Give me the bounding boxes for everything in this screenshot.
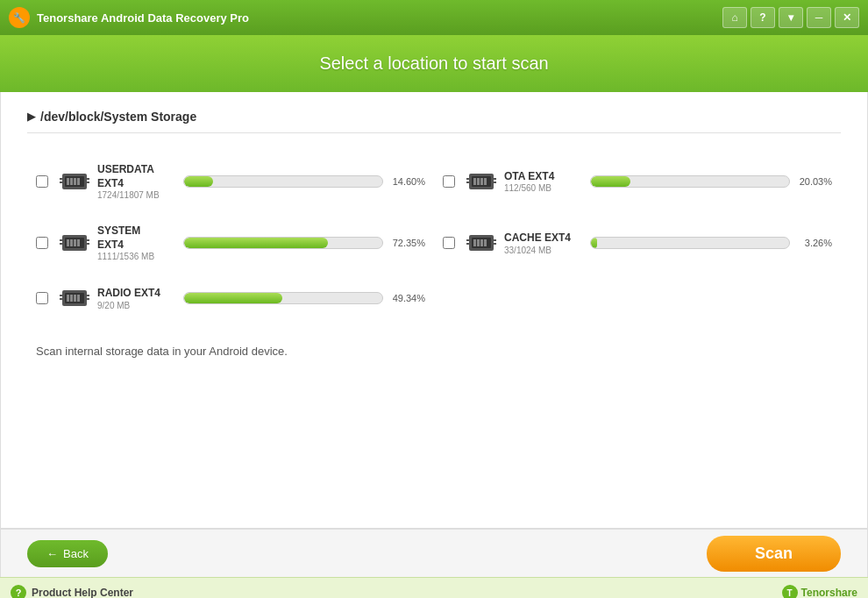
storage-info-radio: RADIO EXT4 9/20 MB <box>97 287 176 310</box>
back-arrow-icon: ← <box>46 547 58 560</box>
svg-rect-14 <box>480 178 483 185</box>
progress-bg-userdata <box>183 175 383 188</box>
svg-rect-6 <box>60 178 62 180</box>
svg-rect-29 <box>87 243 89 245</box>
checkbox-userdata[interactable] <box>36 175 48 188</box>
storage-size-system: 1111/1536 MB <box>97 252 176 261</box>
storage-size-userdata: 1724/11807 MB <box>97 190 176 200</box>
progress-pct-userdata: 14.60% <box>388 176 425 187</box>
status-bar: ? Product Help Center T Tenorshare <box>0 577 868 598</box>
title-bar: 🔧 Tenorshare Android Data Recovery Pro ⌂… <box>0 0 868 35</box>
brand-icon: T <box>782 585 798 598</box>
main-content: ▶ /dev/block/System Storage <box>0 92 868 528</box>
storage-info-userdata: USERDATAEXT4 1724/11807 MB <box>97 163 176 200</box>
home-button[interactable]: ⌂ <box>722 7 747 28</box>
brand-name: Tenorshare <box>801 587 857 598</box>
svg-rect-12 <box>473 178 476 185</box>
progress-radio: 49.34% <box>183 292 425 304</box>
svg-rect-39 <box>494 243 496 245</box>
storage-item-system: SYSTEMEXT4 1111/1536 MB 72.35% <box>27 212 434 274</box>
svg-rect-46 <box>60 295 62 296</box>
progress-fill-userdata <box>184 176 213 187</box>
dropdown-button[interactable]: ▾ <box>779 7 803 28</box>
checkbox-radio[interactable] <box>36 292 48 304</box>
storage-name-radio: RADIO EXT4 <box>97 287 176 301</box>
progress-bg-system <box>183 237 383 249</box>
header-title: Select a location to start scan <box>319 53 548 74</box>
svg-rect-45 <box>77 295 80 302</box>
svg-rect-48 <box>87 295 89 296</box>
page-header: Select a location to start scan <box>0 35 868 92</box>
svg-rect-34 <box>480 239 483 246</box>
scan-button[interactable]: Scan <box>707 536 841 572</box>
svg-rect-44 <box>74 295 76 302</box>
storage-name-system: SYSTEMEXT4 <box>97 224 176 252</box>
progress-fill-cache <box>591 238 597 248</box>
progress-bg-radio <box>183 292 383 304</box>
svg-rect-2 <box>67 178 69 185</box>
progress-fill-ota <box>591 176 630 187</box>
svg-rect-32 <box>473 239 476 246</box>
progress-pct-ota: 20.03% <box>795 176 832 187</box>
svg-rect-25 <box>77 239 80 246</box>
svg-rect-16 <box>466 178 469 180</box>
storage-size-cache: 33/1024 MB <box>504 246 583 255</box>
storage-grid: USERDATAEXT4 1724/11807 MB 14.60% <box>27 151 841 323</box>
svg-rect-26 <box>60 239 62 241</box>
svg-rect-42 <box>67 295 69 302</box>
svg-rect-9 <box>87 182 89 183</box>
svg-rect-33 <box>477 239 480 246</box>
action-bar: ← Back Scan <box>0 529 868 577</box>
svg-rect-4 <box>74 178 76 185</box>
help-text: Product Help Center <box>32 587 133 598</box>
svg-rect-28 <box>87 239 89 241</box>
progress-pct-cache: 3.26% <box>795 238 832 248</box>
progress-fill-system <box>184 238 328 248</box>
svg-rect-24 <box>74 239 76 246</box>
app-title: Tenorshare Android Data Recovery Pro <box>37 11 249 25</box>
section-label: /dev/block/System Storage <box>40 110 196 124</box>
progress-fill-radio <box>184 293 282 303</box>
checkbox-cache[interactable] <box>443 237 455 249</box>
chip-icon-cache <box>466 231 497 255</box>
svg-rect-23 <box>70 239 73 246</box>
svg-rect-3 <box>70 178 73 185</box>
storage-item-userdata: USERDATAEXT4 1724/11807 MB 14.60% <box>27 151 434 212</box>
progress-userdata: 14.60% <box>183 175 425 188</box>
svg-rect-7 <box>60 182 62 183</box>
progress-ota: 20.03% <box>590 175 832 188</box>
progress-system: 72.35% <box>183 237 425 249</box>
storage-name-cache: CACHE EXT4 <box>504 231 583 246</box>
storage-item-radio: RADIO EXT4 9/20 MB 49.34% <box>27 274 434 323</box>
svg-rect-35 <box>484 239 487 246</box>
svg-rect-47 <box>60 298 62 300</box>
progress-pct-system: 72.35% <box>388 238 425 248</box>
checkbox-system[interactable] <box>36 237 48 249</box>
help-button[interactable]: ? <box>751 7 775 28</box>
chip-icon-ota <box>466 169 497 194</box>
svg-rect-43 <box>70 295 73 302</box>
checkbox-ota[interactable] <box>443 175 455 188</box>
scan-description: Scan internal storage data in your Andro… <box>27 331 841 371</box>
storage-size-radio: 9/20 MB <box>97 301 176 310</box>
svg-rect-19 <box>494 182 496 183</box>
chip-icon-userdata <box>59 169 90 194</box>
progress-bg-ota <box>590 175 790 188</box>
svg-rect-17 <box>466 182 469 183</box>
chip-icon-radio <box>59 286 90 310</box>
svg-rect-22 <box>67 239 69 246</box>
status-left: ? Product Help Center <box>11 585 133 598</box>
brand-text: T Tenorshare <box>782 585 857 598</box>
back-button[interactable]: ← Back <box>27 540 108 567</box>
svg-rect-18 <box>494 178 496 180</box>
minimize-button[interactable]: ─ <box>807 7 831 28</box>
chevron-icon: ▶ <box>27 110 35 123</box>
progress-bg-cache <box>590 237 790 249</box>
help-icon: ? <box>11 585 26 598</box>
back-label: Back <box>63 547 89 560</box>
close-button[interactable]: ✕ <box>835 7 859 28</box>
window-controls: ⌂ ? ▾ ─ ✕ <box>722 7 859 28</box>
storage-name-ota: OTA EXT4 <box>504 170 583 184</box>
svg-rect-36 <box>466 239 469 241</box>
storage-name-userdata: USERDATAEXT4 <box>97 163 176 190</box>
